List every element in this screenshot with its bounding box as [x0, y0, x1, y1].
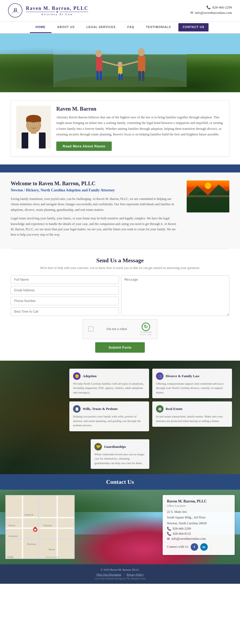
phone-icon: 📞 [206, 5, 211, 10]
address-label: Office Location [167, 504, 230, 507]
privacy-link[interactable]: Privacy Policy [127, 573, 144, 576]
phone-input[interactable] [11, 297, 119, 305]
firm-name: Raven M. Barron, PLLC [26, 6, 88, 11]
best-time-input[interactable] [11, 307, 119, 316]
wills-text: Helping you protect your family with wil… [73, 414, 145, 428]
guardianship-header: 🤝 Guardianships [94, 443, 146, 450]
logo-text: Raven M. Barron, PLLC Attorney At Law [26, 6, 88, 16]
wills-header: 📋 Wills, Trusts & Probate [73, 405, 145, 413]
form-title: Send Us a Message [11, 257, 229, 264]
address-email-row[interactable]: ✉ info@ravenbarronlaw.com [167, 537, 230, 541]
nav-faq[interactable]: FAQ [122, 22, 140, 33]
facebook-button[interactable]: f [191, 543, 198, 551]
address-phone2-row[interactable]: 📞 828-464-8132 [167, 532, 230, 536]
full-name-input[interactable] [11, 275, 119, 284]
connect-label: Connect with Us [167, 545, 189, 549]
nav-contact-us[interactable]: CONTACT US [178, 23, 209, 31]
footer-copyright: © 2019 Raven M. Barron, PLLC [4, 568, 236, 571]
svg-rect-11 [138, 71, 141, 81]
header-email[interactable]: ✉ info@ravenbarronlaw.com [190, 11, 232, 15]
map-inner: Shepherds Hickory Claremont Brookford Bl… [6, 496, 74, 558]
welcome-para1: Facing family transitions, even joyful o… [11, 196, 180, 212]
svg-rect-36 [6, 496, 75, 559]
service-card-adoption[interactable]: 👶 Adoption We help North Carolina famili… [69, 369, 149, 399]
svg-point-29 [30, 124, 31, 125]
nav-about[interactable]: ABOUT US [51, 22, 81, 33]
welcome-text: Welcome to Raven M. Barron, PLLC Newton … [11, 180, 180, 241]
svg-rect-42 [57, 496, 58, 559]
guardianship-icon: 🤝 [94, 443, 102, 450]
adoption-title: Adoption [83, 374, 97, 378]
address-phone1-row[interactable]: 📞 828-466-2299 [167, 527, 230, 531]
welcome-para2: Legal issues involving your family, your… [11, 216, 180, 238]
real-estate-icon: 🏠 [156, 405, 163, 413]
svg-text:Shepherds: Shepherds [25, 514, 33, 516]
logo[interactable]: B Raven M. Barron, PLLC Attorney At Law [8, 3, 88, 18]
recaptcha-logo: ↻ reCAPTCHA Privacy - Terms [140, 323, 152, 336]
nav-home[interactable]: HOME [30, 22, 51, 33]
about-content: Raven M. Barron Attorney Raven Barron be… [56, 106, 224, 151]
map-container[interactable]: Shepherds Hickory Claremont Brookford Bl… [5, 495, 75, 559]
svg-rect-26 [26, 119, 41, 122]
svg-rect-22 [28, 132, 39, 148]
svg-rect-12 [142, 71, 144, 81]
address-phone1: 828-466-2299 [173, 527, 191, 531]
svg-text:Claremont: Claremont [43, 524, 53, 527]
site-header: B Raven M. Barron, PLLC Attorney At Law … [0, 0, 240, 21]
header-phone[interactable]: 📞 828-466-2299 [190, 5, 232, 10]
svg-rect-38 [6, 528, 75, 529]
guardianship-title: Guardianships [104, 445, 126, 449]
connect-row: Connect with Us f in [167, 543, 230, 551]
recaptcha-checkbox[interactable] [88, 326, 94, 332]
services-overlay: 👶 Adoption We help North Carolina famili… [0, 361, 240, 439]
site-footer: © 2019 Raven M. Barron, PLLC View Our Di… [0, 564, 240, 584]
service-card-guardianship[interactable]: 🤝 Guardianships When vulnerable loved on… [91, 439, 149, 469]
svg-rect-40 [22, 496, 23, 559]
read-more-button[interactable]: Read More About Raven [56, 142, 112, 151]
email-input[interactable] [11, 286, 119, 295]
wills-title: Wills, Trusts & Probate [83, 407, 118, 411]
form-inputs-area [11, 275, 229, 316]
map-section: Shepherds Hickory Claremont Brookford Bl… [0, 490, 240, 564]
services-section: 👶 Adoption We help North Carolina famili… [0, 361, 240, 474]
services-bottom-row: 🤝 Guardianships When vulnerable loved on… [0, 439, 240, 474]
email-icon: ✉ [190, 11, 193, 15]
svg-text:Google: Google [7, 556, 14, 558]
linkedin-button[interactable]: in [200, 543, 208, 551]
real-estate-text: In real estate transactions, details mat… [156, 414, 228, 423]
submit-form-button[interactable]: Submit Form [95, 342, 145, 353]
svg-rect-16 [121, 74, 123, 80]
svg-text:Brookford: Brookford [9, 535, 17, 537]
logo-subtitle: Attorney At Law [26, 13, 88, 16]
nav-testimonials[interactable]: TESTIMONIALS [140, 22, 177, 33]
welcome-section: Welcome to Raven M. Barron, PLLC Newton … [0, 172, 240, 249]
hero-section [0, 34, 240, 92]
guardianship-text: When vulnerable loved ones can no longer… [94, 452, 146, 465]
disclaimer-link[interactable]: View Our Disclaimer [96, 573, 121, 576]
address-firm: Raven M. Barron, PLLC [167, 499, 230, 504]
service-card-divorce[interactable]: 👥 Divorce & Family Law Offering compassi… [152, 369, 232, 399]
welcome-subtitle: Newton / Hickory, North Carolina Adoptio… [11, 188, 180, 192]
header-contact-info: 📞 828-466-2299 ✉ info@ravenbarronlaw.com [190, 5, 232, 16]
wills-icon: 📋 [73, 405, 81, 413]
divorce-header: 👥 Divorce & Family Law [156, 372, 228, 380]
main-nav: HOME ABOUT US LEGAL SERVICES FAQ TESTIMO… [0, 21, 240, 34]
message-textarea[interactable] [121, 275, 229, 316]
form-left-column [11, 275, 119, 316]
real-estate-title: Real Estate [166, 407, 182, 411]
svg-text:Map data ©2019: Map data ©2019 [46, 556, 59, 558]
service-card-wills[interactable]: 📋 Wills, Trusts & Probate Helping you pr… [69, 401, 149, 431]
footer-links: View Our Disclaimer | Privacy Policy [4, 573, 236, 576]
contact-banner: Contact Us [0, 474, 240, 490]
recaptcha-box[interactable]: I'm not a robot ↻ reCAPTCHA Privacy - Te… [83, 319, 157, 339]
attorney-photo [16, 106, 51, 148]
service-card-real-estate[interactable]: 🏠 Real Estate In real estate transaction… [152, 401, 232, 427]
address-card: Raven M. Barron, PLLC Office Location 22… [163, 495, 235, 555]
svg-rect-7 [97, 71, 99, 80]
contact-form-section: Send Us a Message We're here to help wit… [0, 249, 240, 361]
nav-legal-services[interactable]: LEGAL SERVICES [81, 22, 122, 33]
welcome-title: Welcome to Raven M. Barron, PLLC [11, 180, 180, 187]
services-column-right: 👥 Divorce & Family Law Offering compassi… [152, 369, 232, 431]
contact-banner-title: Contact Us [4, 478, 236, 485]
adoption-text: We help North Carolina families with all… [73, 381, 145, 395]
